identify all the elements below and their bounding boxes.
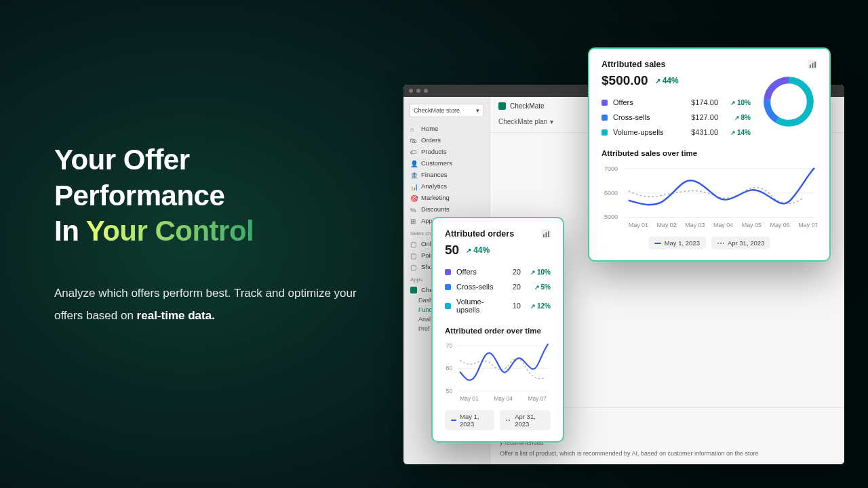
orders-line-chart: 70 60 50 May 01 May 04 May 07 — [445, 339, 551, 402]
legend-label: Offers — [613, 98, 677, 106]
arrow-up-icon: ↗ — [730, 129, 736, 136]
color-swatch — [601, 100, 608, 106]
sales-value: $500.00 — [601, 73, 648, 88]
legend-value: 20 — [499, 283, 521, 291]
card-title: Attributed sales — [601, 60, 665, 69]
legend-value: $431.00 — [677, 128, 718, 136]
legend-value: $174.00 — [677, 98, 718, 106]
legend-value: 20 — [499, 268, 521, 276]
channel-icon: ▢ — [410, 241, 417, 247]
legend-delta: ↗12% — [521, 302, 551, 310]
svg-rect-22 — [548, 231, 549, 237]
legend-label: Offers — [456, 268, 499, 276]
color-swatch — [445, 303, 451, 309]
hero-heading: Your Offer Performance In Your Control — [54, 142, 366, 249]
sales-delta: ↗44% — [655, 76, 679, 85]
arrow-up-icon: ↗ — [530, 269, 536, 276]
svg-text:7000: 7000 — [604, 165, 618, 172]
arrow-up-icon: ↗ — [466, 247, 471, 254]
svg-rect-2 — [814, 62, 816, 68]
hero-line2: Performance — [54, 180, 224, 211]
store-name: CheckMate store — [414, 107, 460, 114]
nav-icon: 🏷 — [410, 148, 417, 155]
svg-text:60: 60 — [446, 365, 453, 371]
legend-pill-current[interactable]: May 1, 2023 — [648, 237, 706, 249]
sales-line-chart: 7000 6000 5000 May 01 May 02 May 03 May … — [601, 161, 817, 228]
sidebar-item-analytics[interactable]: 📊Analytics — [403, 180, 490, 192]
traffic-light-icon — [409, 89, 413, 93]
sidebar-item-orders[interactable]: 🛍Orders — [403, 134, 490, 146]
svg-text:May 03: May 03 — [685, 222, 705, 228]
legend-row: Volume-upsells10↗12% — [445, 294, 551, 317]
nav-icon: 📊 — [410, 183, 417, 190]
app-title: CheckMate — [510, 102, 545, 110]
legend-delta: ↗10% — [718, 99, 751, 106]
chevron-down-icon: ▾ — [476, 107, 479, 114]
svg-text:May 07: May 07 — [798, 222, 817, 228]
svg-text:May 01: May 01 — [629, 222, 648, 228]
arrow-up-icon: ↗ — [534, 284, 540, 291]
nav-icon: % — [410, 206, 417, 213]
legend-value: 10 — [499, 302, 521, 310]
attributed-sales-card: Attributed sales $500.00 ↗44% Offers$174… — [588, 47, 831, 262]
sidebar-item-products[interactable]: 🏷Products — [403, 146, 490, 157]
sidebar-item-discounts[interactable]: %Discounts — [403, 203, 490, 215]
hero-sub: Analyze which offers perform best. Track… — [54, 282, 366, 327]
sidebar-item-finances[interactable]: 🏦Finances — [403, 169, 490, 180]
hero: Your Offer Performance In Your Control A… — [54, 142, 366, 327]
svg-rect-0 — [810, 64, 811, 68]
color-swatch — [601, 129, 608, 136]
svg-text:May 02: May 02 — [656, 222, 676, 228]
sales-subhead: Attributed sales over time — [601, 149, 817, 157]
legend-row: Offers20↗10% — [445, 264, 551, 279]
nav-icon: 🏦 — [410, 171, 417, 178]
legend-pill-current[interactable]: May 1, 2023 — [445, 410, 494, 430]
color-swatch — [601, 115, 608, 121]
bar-chart-icon[interactable] — [808, 60, 817, 69]
svg-text:6000: 6000 — [604, 190, 618, 197]
orders-value: 50 — [445, 243, 459, 258]
sidebar-item-customers[interactable]: 👤Customers — [403, 157, 490, 169]
traffic-light-icon — [424, 89, 428, 93]
sidebar-item-marketing[interactable]: 🎯Marketing — [403, 192, 490, 203]
legend-row: Volume-upsells$431.00↗14% — [601, 125, 751, 140]
color-swatch — [445, 269, 451, 275]
legend-delta: ↗5% — [521, 283, 551, 291]
svg-text:70: 70 — [446, 342, 453, 349]
store-selector[interactable]: CheckMate store ▾ — [409, 104, 484, 117]
donut-chart — [760, 73, 817, 130]
channel-icon: ▢ — [410, 252, 417, 259]
legend-delta: ↗14% — [718, 129, 751, 136]
nav-icon: ⊞ — [410, 218, 417, 224]
legend-value: $127.00 — [677, 113, 718, 121]
app-icon — [410, 287, 417, 293]
arrow-up-icon: ↗ — [530, 303, 536, 310]
legend-delta: ↗10% — [521, 268, 551, 276]
svg-text:May 01: May 01 — [460, 395, 479, 402]
legend-delta: ↗8% — [718, 114, 751, 121]
legend-row: Offers$174.00↗10% — [601, 95, 751, 110]
legend-pill-compare[interactable]: Apr 31, 2023 — [500, 410, 551, 430]
card-title: Attributed orders — [445, 229, 514, 239]
traffic-light-icon — [416, 89, 420, 93]
legend-label: Cross-sells — [456, 283, 499, 291]
legend-row: Cross-sells20↗5% — [445, 279, 551, 294]
bar-chart-icon[interactable] — [541, 229, 551, 239]
hero-line3-accent: Your Control — [86, 215, 254, 247]
app-icon — [498, 102, 506, 110]
sidebar-item-home[interactable]: ⌂Home — [403, 123, 490, 134]
legend-row: Cross-sells$127.00↗8% — [601, 110, 751, 125]
chevron-down-icon: ▾ — [550, 118, 553, 125]
color-swatch — [445, 284, 451, 290]
svg-text:May 07: May 07 — [528, 395, 547, 402]
svg-text:5000: 5000 — [604, 214, 618, 220]
svg-rect-21 — [545, 232, 547, 237]
legend-label: Volume-upsells — [613, 128, 677, 136]
legend-pill-compare[interactable]: Apr 31, 2023 — [711, 237, 770, 249]
svg-rect-1 — [812, 62, 813, 67]
hero-line3-prefix: In — [54, 215, 86, 247]
hero-line1: Your Offer — [54, 144, 190, 176]
nav-icon: 🛍 — [410, 137, 417, 144]
svg-text:May 06: May 06 — [770, 222, 789, 228]
svg-text:50: 50 — [446, 388, 453, 394]
